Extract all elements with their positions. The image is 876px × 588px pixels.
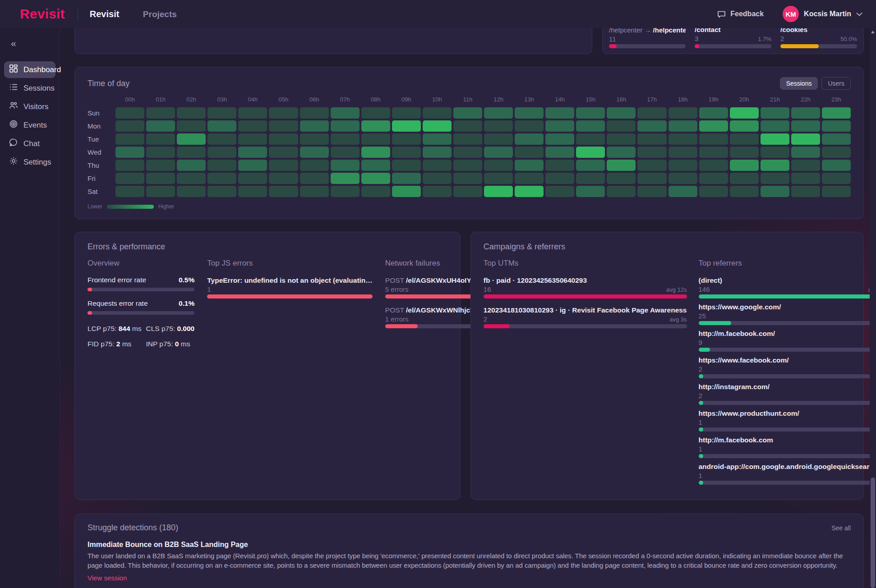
- progress-fill: [88, 288, 92, 291]
- app-logo[interactable]: Revisit: [20, 6, 65, 22]
- error-rate-line: Requests error rate0.1%: [88, 299, 194, 308]
- heatmap-cell: [207, 120, 236, 132]
- heatmap-cell: [484, 120, 513, 132]
- heatmap-cell: [300, 173, 329, 184]
- heatmap-cell: [423, 186, 452, 197]
- heatmap-legend: Lower Higher: [88, 203, 851, 210]
- heatmap-cell: [576, 186, 605, 197]
- progress-track: [484, 294, 687, 299]
- heatmap-cell: [331, 120, 360, 132]
- heatmap-cell: [300, 186, 329, 197]
- heatmap-cell: [115, 173, 144, 184]
- heatmap-cell: [576, 107, 605, 119]
- user-menu[interactable]: KM Kocsis Martin: [783, 6, 862, 22]
- progress-track: [699, 321, 876, 325]
- bar-meta: 2avg 3s: [699, 392, 876, 400]
- top-js-errors-column: Top JS errors TypeError: undefined is no…: [207, 259, 373, 348]
- hour-label: 06h: [300, 96, 329, 106]
- sidebar-item-visitors[interactable]: Visitors: [4, 98, 55, 115]
- heatmap-cell: [822, 133, 851, 145]
- page-count: 3: [695, 35, 698, 42]
- sidebar-item-sessions[interactable]: Sessions: [4, 80, 55, 96]
- view-session-link[interactable]: View session: [88, 574, 127, 582]
- struggle-description: The user landed on a B2B SaaS marketing …: [88, 551, 851, 570]
- progress-track: [609, 44, 686, 48]
- heatmap-cell: [423, 173, 452, 184]
- heatmap-cell: [484, 147, 513, 158]
- sidebar-item-label: Sessions: [23, 84, 55, 93]
- struggle-detections-title: Struggle detections (180): [88, 523, 178, 533]
- sidebar-item-dashboard[interactable]: Dashboard: [4, 61, 55, 78]
- heatmap-cell: [331, 147, 360, 158]
- hour-label: 19h: [699, 96, 728, 106]
- nav-item-revisit[interactable]: Revisit: [90, 9, 120, 19]
- bar-count: 2: [699, 392, 702, 400]
- overview-heading: Overview: [88, 259, 194, 268]
- heatmap-cell: [637, 173, 666, 184]
- sidebar-collapse-button[interactable]: «: [0, 36, 16, 49]
- progress-fill: [699, 348, 710, 352]
- heatmap-cell: [177, 120, 206, 132]
- progress-fill: [699, 294, 876, 299]
- page-to-path: /contact: [695, 28, 721, 33]
- sidebar-item-settings[interactable]: Settings: [4, 154, 55, 170]
- heatmap-cell: [177, 107, 206, 119]
- heatmap-cell: [607, 173, 636, 184]
- heatmap-cell: [669, 133, 697, 145]
- error-rate-row: Requests error rate0.1%: [88, 299, 194, 315]
- progress-fill: [609, 44, 617, 48]
- sidebar-item-events[interactable]: Events: [4, 117, 55, 133]
- toggle-users[interactable]: Users: [821, 77, 851, 90]
- heatmap-cell: [115, 120, 144, 132]
- progress-track: [699, 294, 876, 299]
- heatmap-cell: [238, 133, 267, 145]
- progress-track: [699, 481, 876, 485]
- hour-label: 01h: [146, 96, 175, 106]
- heatmap-cell: [545, 120, 574, 132]
- scrollbar-up-arrow[interactable]: [871, 31, 875, 33]
- scrollbar-thumb[interactable]: [871, 478, 875, 588]
- hour-label: 03h: [207, 96, 236, 106]
- hour-label: 08h: [361, 96, 390, 106]
- heatmap-cell: [699, 173, 728, 184]
- struggle-title: Immediate Bounce on B2B SaaS Landing Pag…: [88, 541, 851, 549]
- hour-label: 13h: [515, 96, 544, 106]
- hour-label: 05h: [269, 96, 298, 106]
- progress-track: [88, 288, 194, 291]
- heatmap-cell: [423, 120, 452, 132]
- page-meta: 31.7%: [695, 35, 771, 42]
- bar-label: fb · paid · 120234256350640293: [484, 276, 687, 285]
- progress-track: [699, 374, 876, 378]
- see-all-link[interactable]: See all: [831, 524, 851, 532]
- hour-label: 10h: [423, 96, 452, 106]
- time-of-day-toggles: SessionsUsers: [780, 77, 851, 90]
- referrer-item: https://www.google.com/25avg 5s: [699, 303, 876, 325]
- errors-performance-title: Errors & performance: [88, 242, 447, 252]
- page-scrollbar[interactable]: [870, 28, 876, 588]
- heatmap-cell: [669, 173, 697, 184]
- heatmap-cell: [392, 133, 421, 145]
- progress-fill: [699, 374, 703, 378]
- heatmap-cell: [238, 120, 267, 132]
- sidebar-item-label: Settings: [23, 158, 51, 167]
- top-page-item: /contact31.7%: [695, 28, 771, 48]
- progress-fill: [88, 311, 92, 315]
- heatmap-cell: [115, 186, 144, 197]
- bar-count: 1: [207, 285, 211, 293]
- heatmap-cell: [791, 147, 820, 158]
- feedback-button[interactable]: Feedback: [717, 10, 764, 18]
- heatmap-cell: [515, 160, 544, 171]
- heatmap-cell: [300, 107, 329, 119]
- time-of-day-title: Time of day: [88, 79, 129, 88]
- sidebar-item-chat[interactable]: Chat: [4, 135, 55, 152]
- hour-label: 18h: [669, 96, 697, 106]
- topbar-right: Feedback KM Kocsis Martin: [717, 6, 862, 22]
- referrer-item: https://www.producthunt.com/1avg 37s: [699, 409, 876, 432]
- http-method: POST: [385, 276, 406, 284]
- toggle-sessions[interactable]: Sessions: [780, 77, 818, 90]
- heatmap-cell: [269, 133, 298, 145]
- heatmap-cell: [484, 160, 513, 171]
- top-utms-column: Top UTMs fb · paid · 1202342563506402931…: [484, 259, 687, 489]
- bar-count: 146: [699, 285, 710, 293]
- nav-item-projects[interactable]: Projects: [143, 9, 177, 19]
